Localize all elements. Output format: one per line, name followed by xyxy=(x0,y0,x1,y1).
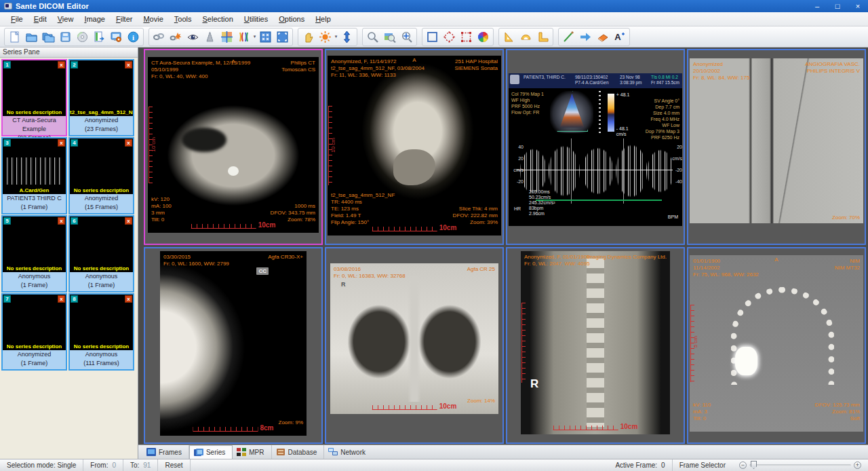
menu-edit[interactable]: Edit xyxy=(28,14,52,24)
pan-hand-icon[interactable] xyxy=(300,29,317,45)
menu-selection[interactable]: Selection xyxy=(197,14,238,24)
close-series-icon[interactable]: x xyxy=(125,139,132,147)
close-series-icon[interactable]: x xyxy=(58,139,65,147)
series-patient: CT Aura-Secura Example xyxy=(3,116,66,134)
open-folder-icon[interactable] xyxy=(23,29,40,45)
slider-thumb[interactable] xyxy=(751,461,757,469)
series-thumbnail-3[interactable]: 3 x A.Card/Gen PATIENT3 THIRD C(1 Frame) xyxy=(1,137,67,214)
menu-help[interactable]: Help xyxy=(310,14,336,24)
unlink-icon[interactable] xyxy=(167,29,184,45)
series-number-badge: 5 xyxy=(3,217,11,225)
triangle-ruler-icon[interactable] xyxy=(500,29,517,45)
text-annotation-icon[interactable]: A xyxy=(611,29,628,45)
tab-mpr[interactable]: MPR xyxy=(233,445,271,459)
histogram-icon[interactable] xyxy=(201,29,218,45)
info-icon[interactable]: i xyxy=(125,29,142,45)
arrow-draw-icon[interactable] xyxy=(577,29,594,45)
series-thumbnail-2[interactable]: 2 x t2_tse_sag_4mm_512_NF Anonymized(23 … xyxy=(68,59,134,136)
series-frames: (111 Frames) xyxy=(70,359,133,368)
series-palette-icon[interactable] xyxy=(235,29,252,45)
tab-frames[interactable]: Frames xyxy=(142,445,189,459)
us-measurements: 205.00ms50.23cm/s245.32cm/s²83bpm2.96cm xyxy=(529,189,555,216)
series-thumbnail-4[interactable]: 4 x No series description Anonymized(15 … xyxy=(68,137,134,214)
viewport-chest-xray[interactable]: 03/08/2016Fr: 0, WL: 16383, WW: 32768 Ag… xyxy=(325,247,504,444)
menu-image[interactable]: Image xyxy=(79,14,111,24)
viewport-ultrasound[interactable]: PATIENT3, THIRD C. 98/11/23:150402P7-4 A… xyxy=(506,49,685,245)
series-pane: Series Pane 1 x No series description CT… xyxy=(0,48,138,459)
ellipse-roi-icon[interactable] xyxy=(441,29,458,45)
svg-text:A: A xyxy=(614,32,621,42)
slider-track[interactable] xyxy=(749,464,851,466)
active-frame-value: 0 xyxy=(661,461,665,469)
rectangle-roi-icon[interactable] xyxy=(458,29,475,45)
menu-tools[interactable]: Tools xyxy=(169,14,197,24)
close-series-icon[interactable]: x xyxy=(58,295,65,303)
viewport-mammogram[interactable]: 03/30/2015Fr: 0, WL: 1600, WW: 2799 Agfa… xyxy=(144,247,323,444)
viewport-ct-abdomen[interactable]: A CT Aura-Secura Example, M, 12/13/19990… xyxy=(144,49,323,245)
fit-width-icon[interactable] xyxy=(257,29,274,45)
zoom-icon[interactable] xyxy=(364,29,381,45)
menu-options[interactable]: Options xyxy=(273,14,310,24)
viewport-mri-brain[interactable]: A Anonymized, F, 11/14/1972t2_tse_sag_4m… xyxy=(325,49,504,245)
scroll-frames-icon[interactable] xyxy=(338,29,355,45)
rectangle-select-icon[interactable] xyxy=(424,29,441,45)
close-series-icon[interactable]: x xyxy=(125,61,132,69)
new-file-icon[interactable] xyxy=(6,29,23,45)
tab-network[interactable]: Network xyxy=(324,445,372,459)
menu-movie[interactable]: Movie xyxy=(138,14,168,24)
series-patient: Anonymous xyxy=(3,272,66,281)
series-thumbnail-8[interactable]: 8 x No series description Anonymous(111 … xyxy=(68,293,134,371)
horizontal-ruler: 10cm xyxy=(191,222,276,229)
brightness-icon[interactable] xyxy=(317,29,334,45)
menu-utilities[interactable]: Utilities xyxy=(239,14,273,24)
minimize-button[interactable]: – xyxy=(807,0,827,12)
overlay-top-right: NIMNIM MT32 xyxy=(835,258,860,271)
reset-button[interactable]: Reset xyxy=(158,459,190,471)
protractor-icon[interactable] xyxy=(517,29,534,45)
frame-increment-button[interactable]: + xyxy=(854,461,861,469)
save-icon[interactable] xyxy=(57,29,74,45)
frame-selector-slider[interactable]: − + xyxy=(732,461,868,469)
series-thumbnail-1[interactable]: 1 x No series description CT Aura-Secura… xyxy=(1,59,67,136)
close-series-icon[interactable]: x xyxy=(58,61,65,69)
close-series-icon[interactable]: x xyxy=(125,295,132,303)
series-number-badge: 1 xyxy=(3,61,11,69)
burn-cd-icon[interactable] xyxy=(74,29,91,45)
fit-screen-icon[interactable] xyxy=(274,29,291,45)
export-icon[interactable] xyxy=(91,29,108,45)
close-button[interactable]: × xyxy=(848,0,868,12)
viewport-dental-ct[interactable]: A 01/01/190011/14/2002Fr: 75, WL: 968, W… xyxy=(687,247,866,444)
viewport-abdomen-xray[interactable]: Anonymized, F, 01/01/1900Fr: 0, WL: 2047… xyxy=(506,247,685,444)
tab-series[interactable]: Series xyxy=(189,445,233,459)
close-series-icon[interactable]: x xyxy=(125,217,132,225)
series-description: A.Card/Gen xyxy=(3,187,66,193)
series-thumbnail-6[interactable]: 6 x No series description Anonymous(1 Fr… xyxy=(68,215,134,293)
menu-view[interactable]: View xyxy=(52,14,79,24)
thumbnail-image xyxy=(70,138,133,194)
viewport-angiogram[interactable]: Anonymized20/10/2002Fr: 8, WL: 84, WW: 1… xyxy=(687,49,866,245)
close-series-icon[interactable]: x xyxy=(58,217,65,225)
color-wheel-icon[interactable] xyxy=(475,29,492,45)
preview-eye-icon[interactable] xyxy=(184,29,201,45)
series-thumbnail-7[interactable]: 7 x No series description Anonymized(1 F… xyxy=(1,293,67,371)
to-label: To: xyxy=(130,461,139,469)
brightness-dropdown[interactable]: ▾ xyxy=(334,34,338,39)
layout-grid-icon[interactable] xyxy=(218,29,235,45)
open-series-icon[interactable] xyxy=(40,29,57,45)
series-thumbnail-5[interactable]: 5 x No series description Anonymous(1 Fr… xyxy=(1,215,67,293)
link-icon[interactable] xyxy=(151,29,167,45)
eraser-icon[interactable] xyxy=(594,29,611,45)
menu-file[interactable]: File xyxy=(5,14,28,24)
workstation-settings-icon[interactable] xyxy=(108,29,125,45)
vertical-ruler xyxy=(521,303,530,383)
frame-decrement-button[interactable]: − xyxy=(739,461,747,469)
zoom-region-icon[interactable] xyxy=(381,29,398,45)
zoom-fit-icon[interactable] xyxy=(398,29,415,45)
line-draw-icon[interactable] xyxy=(560,29,577,45)
maximize-button[interactable]: □ xyxy=(827,0,848,12)
tab-database[interactable]: Database xyxy=(272,445,325,459)
series-palette-dropdown[interactable]: ▾ xyxy=(252,34,257,39)
selection-mode-label: Selection mode: Single xyxy=(0,459,83,471)
angle-ruler-icon[interactable] xyxy=(534,29,551,45)
menu-filter[interactable]: Filter xyxy=(111,14,138,24)
